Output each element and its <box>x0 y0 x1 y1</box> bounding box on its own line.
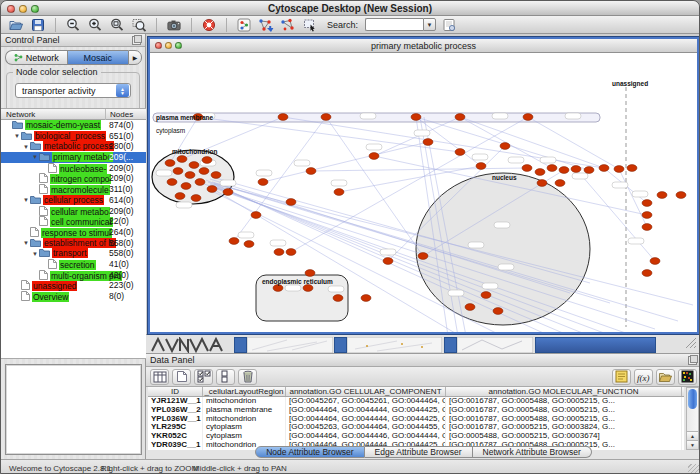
tab-node-attribute-browser[interactable]: Node Attribute Browser <box>255 446 364 458</box>
tree-row-response-to-stimul[interactable]: response to stimul264(0) <box>1 227 146 238</box>
network-node[interactable] <box>383 258 393 265</box>
network-node[interactable] <box>273 285 283 292</box>
import-attributes-icon[interactable] <box>656 369 675 385</box>
network-node[interactable] <box>191 195 201 202</box>
tree-row-nitrogen-compo[interactable]: nitrogen compo209(0) <box>1 173 146 184</box>
expander-icon[interactable]: ▼ <box>22 238 30 249</box>
network-node[interactable] <box>676 192 686 199</box>
birds-eye-view[interactable] <box>5 364 142 455</box>
tree-row-secretion[interactable]: secretion41(0) <box>1 259 146 270</box>
search-input[interactable] <box>365 18 423 31</box>
column-header[interactable]: annotation.GO MOLECULAR_FUNCTION <box>446 387 682 396</box>
column-header[interactable]: ID <box>148 387 203 396</box>
tree-row-unassigned[interactable]: unassigned223(0) <box>1 280 146 291</box>
network-node[interactable] <box>185 172 195 179</box>
network-node[interactable] <box>321 114 331 121</box>
new-attribute-icon[interactable] <box>172 369 191 385</box>
tree-row-nucleobase-[interactable]: nucleobase-209(0) <box>1 163 146 174</box>
expander-icon[interactable]: ▼ <box>13 131 21 142</box>
search-dropdown-icon[interactable]: ▼ <box>423 18 436 31</box>
column-header[interactable]: _cellularLayoutRegion <box>203 387 286 396</box>
network-node[interactable] <box>571 166 581 173</box>
tab-scroll-right-button[interactable]: ▶ <box>128 50 142 65</box>
network-node[interactable] <box>584 167 594 174</box>
network-node[interactable] <box>167 179 177 186</box>
network-node[interactable] <box>547 165 557 172</box>
network-node[interactable] <box>599 165 609 172</box>
network-node[interactable] <box>481 292 491 299</box>
matrix-view-icon[interactable] <box>678 369 697 385</box>
network-node[interactable] <box>361 295 371 302</box>
network-node[interactable] <box>244 241 254 248</box>
expander-icon[interactable]: ▼ <box>31 249 39 260</box>
network-node[interactable] <box>333 295 343 302</box>
select-attributes-icon[interactable] <box>194 369 213 385</box>
network-node[interactable] <box>411 114 421 121</box>
layout-network-alt-icon[interactable] <box>279 17 297 33</box>
tree-row-overview[interactable]: Overview8(0) <box>1 291 146 302</box>
tree-row-cell-communicat[interactable]: cell communicat22(0) <box>1 216 146 227</box>
select-mode-icon[interactable] <box>301 17 319 33</box>
expander-icon[interactable]: ▼ <box>31 152 39 163</box>
network-node[interactable] <box>465 304 475 311</box>
network-node[interactable] <box>207 186 217 193</box>
zoom-out-icon[interactable] <box>64 17 82 33</box>
delete-attribute-icon[interactable] <box>238 369 257 385</box>
tree-row-cellular-process[interactable]: ▼cellular process614(0) <box>1 195 146 206</box>
float-panel-icon[interactable] <box>132 36 141 45</box>
network-node[interactable] <box>418 253 428 260</box>
table-row[interactable]: YPL036W__1mitochondrion[GO:0044464, GO:0… <box>148 415 684 424</box>
tree-row-primary-metabo[interactable]: ▼primary metabo209(... <box>1 152 146 163</box>
scroll-up-icon[interactable]: ▲ <box>687 431 698 440</box>
tree-row-macromolecule[interactable]: macromolecule311(0) <box>1 184 146 195</box>
network-node[interactable] <box>555 180 565 187</box>
nucleus-region[interactable] <box>416 173 590 325</box>
save-icon[interactable] <box>29 17 47 33</box>
tab-network[interactable]: Network <box>5 50 67 65</box>
table-row[interactable]: YJR121W__1mitochondrion[GO:0045267, GO:0… <box>148 397 684 406</box>
network-node[interactable] <box>627 165 637 172</box>
table-scrollbar[interactable]: ▲ ▼ <box>686 387 699 450</box>
tree-row-multi-organism-pro[interactable]: multi-organism pro42(0) <box>1 270 146 281</box>
network-node[interactable] <box>642 224 652 231</box>
network-node[interactable] <box>305 270 315 277</box>
column-header[interactable]: annotation.GO CELLULAR_COMPONENT <box>286 387 446 396</box>
network-node[interactable] <box>657 192 667 199</box>
zoom-selected-region-icon[interactable] <box>130 17 148 33</box>
table-row[interactable]: YKR052Ccytoplasm[GO:0044464, GO:0044446,… <box>148 432 684 441</box>
network-node[interactable] <box>286 199 296 206</box>
network-node[interactable] <box>423 139 433 146</box>
network-node[interactable] <box>195 179 205 186</box>
layout-network-icon[interactable] <box>257 17 275 33</box>
tree-row-biological-process[interactable]: ▼biological_process651(0) <box>1 131 146 142</box>
network-node[interactable] <box>650 258 660 265</box>
network-node[interactable] <box>251 212 261 219</box>
network-node[interactable] <box>334 189 344 196</box>
attribute-table-icon[interactable] <box>150 369 169 385</box>
network-node[interactable] <box>642 200 652 207</box>
network-node[interactable] <box>175 193 185 200</box>
network-node[interactable] <box>258 179 268 186</box>
network-node[interactable] <box>500 143 510 150</box>
network-node[interactable] <box>286 249 296 256</box>
table-row[interactable]: YLR295Ccytoplasm[GO:0045263, GO:0044464,… <box>148 423 684 432</box>
table-row[interactable]: YPL036W__2plasma membrane[GO:0044464, GO… <box>148 406 684 415</box>
network-node[interactable] <box>455 149 465 156</box>
network-node[interactable] <box>274 249 284 256</box>
tree-row-mosaic-demo-yeast[interactable]: mosaic-demo-yeast874(0) <box>1 120 146 131</box>
help-ring-icon[interactable] <box>200 17 218 33</box>
network-node[interactable] <box>173 168 183 175</box>
formula-builder-icon[interactable]: f(x) <box>634 369 653 385</box>
network-node[interactable] <box>537 180 547 187</box>
network-node[interactable] <box>303 285 313 292</box>
network-node[interactable] <box>523 114 533 121</box>
tab-mosaic[interactable]: Mosaic <box>67 50 129 65</box>
network-node[interactable] <box>278 114 288 121</box>
annotation-import-icon[interactable] <box>440 17 458 33</box>
network-node[interactable] <box>165 160 175 167</box>
tree-row-metabolic-process[interactable]: ▼metabolic process280(0) <box>1 141 146 152</box>
tab-network-attribute-browser[interactable]: Network Attribute Browser <box>473 446 592 458</box>
network-node[interactable] <box>642 270 652 277</box>
network-node[interactable] <box>476 163 486 170</box>
network-node[interactable] <box>559 167 569 174</box>
